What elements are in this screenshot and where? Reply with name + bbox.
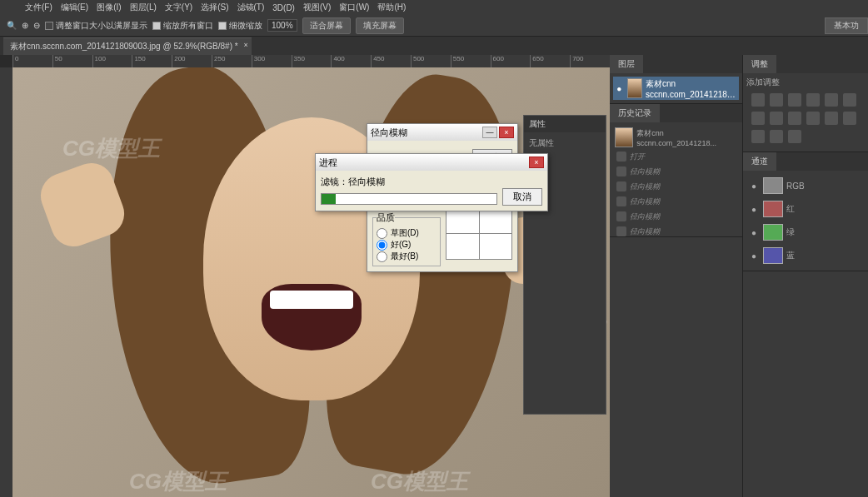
quality-best[interactable]: 最好(B) [377,251,436,262]
menu-window[interactable]: 窗口(W) [339,2,369,13]
quality-good[interactable]: 好(G) [377,239,436,251]
bw-icon[interactable] [770,112,783,125]
close-icon[interactable]: × [499,127,514,138]
tab-channels[interactable]: 通道 [743,152,776,171]
zoom-percent[interactable]: 100% [267,19,297,32]
levels-icon[interactable] [770,93,783,107]
history-panel: 历史记录 素材cnn sccnn.com_20141218... 打开 径向模糊… [610,104,742,237]
brightness-icon[interactable] [751,93,765,107]
menu-file[interactable]: 文件(F) [25,2,52,13]
tab-history[interactable]: 历史记录 [610,104,660,122]
progress-label: 滤镜：径向模糊 [321,176,542,188]
history-snapshot[interactable]: 素材cnn sccnn.com_20141218... [613,126,739,149]
history-step[interactable]: 打开 [613,149,739,164]
menu-bar: 文件(F) 编辑(E) 图像(I) 图层(L) 文字(Y) 选择(S) 滤镜(T… [0,0,868,15]
close-icon[interactable]: × [529,157,544,168]
document-canvas[interactable]: CG模型王 CG模型王 CG模型王 CG模型王 [12,67,610,497]
history-step[interactable]: 径向模糊 [613,209,739,224]
tab-title: 素材cnn.sccnn.com_2014121809003.jpg @ 52.9… [10,42,238,51]
tab-layers[interactable]: 图层 [610,55,643,73]
fill-screen-button[interactable]: 填充屏幕 [356,17,404,34]
menu-filter[interactable]: 滤镜(T) [237,2,265,13]
zoom-out-icon[interactable]: ⊖ [33,21,40,30]
history-step[interactable]: 径向模糊 [613,164,739,179]
visibility-icon[interactable]: ● [615,84,624,93]
close-icon[interactable]: × [243,41,247,49]
blur-center-preview[interactable] [446,206,512,260]
layer-row[interactable]: ● 素材cnn sccnn.com_20141218… [613,77,739,100]
right-panels: 图层 ● 素材cnn sccnn.com_20141218… 历史记录 素材cn [610,55,868,497]
progress-dialog: 进程 × 滤镜：径向模糊 取消 [315,153,548,211]
ruler-horizontal: 0501001502002503003504004505005506006507… [12,55,610,67]
selective-color-icon[interactable] [788,130,801,143]
menu-text[interactable]: 文字(Y) [165,2,192,13]
resize-window-option[interactable]: 调整窗口大小以满屏显示 [45,20,147,32]
menu-select[interactable]: 选择(S) [201,2,228,13]
posterize-icon[interactable] [843,112,856,125]
channels-panel: 通道 ●RGB ●红 ●绿 ●蓝 [743,152,868,271]
work-area: 0501001502002503003504004505005506006507… [0,55,868,497]
threshold-icon[interactable] [751,130,765,143]
dialog-title: 进程 [319,157,337,169]
zoom-tool-icon[interactable]: 🔍 [7,21,17,30]
menu-view[interactable]: 视图(V) [303,2,331,13]
dialog-titlebar[interactable]: 径向模糊 — × [367,124,517,141]
menu-3d[interactable]: 3D(D) [272,3,295,12]
menu-image[interactable]: 图像(I) [97,2,121,13]
channel-blue[interactable]: ●蓝 [746,244,865,267]
quality-label: 品质 [377,211,395,224]
adjustments-panel: 调整 添加调整 [743,55,868,152]
adjust-label: 添加调整 [746,77,865,88]
minimize-icon[interactable]: — [482,127,497,138]
document-tab[interactable]: 素材cnn.sccnn.com_2014121809003.jpg @ 52.9… [3,37,252,55]
tab-properties[interactable]: 属性 [524,116,606,132]
zoom-in-icon[interactable]: ⊕ [22,21,28,30]
ruler-vertical [0,67,12,497]
color-balance-icon[interactable] [751,112,765,125]
document-tabbar: 素材cnn.sccnn.com_2014121809003.jpg @ 52.9… [0,37,868,55]
hue-icon[interactable] [843,93,856,107]
channel-red[interactable]: ●红 [746,197,865,221]
history-step[interactable]: 径向模糊 [613,179,739,194]
zoom-all-windows-option[interactable]: 缩放所有窗口 [152,20,213,32]
photo-filter-icon[interactable] [788,112,801,125]
layer-thumbnail[interactable] [627,78,643,98]
fit-screen-button[interactable]: 适合屏幕 [302,17,351,34]
history-step[interactable]: 径向模糊 [613,224,739,239]
layers-panel: 图层 ● 素材cnn sccnn.com_20141218… [610,55,742,104]
layer-name: 素材cnn sccnn.com_20141218… [646,78,737,99]
gradient-map-icon[interactable] [770,130,783,143]
invert-icon[interactable] [825,112,838,125]
channel-rgb[interactable]: ●RGB [746,174,865,197]
history-step[interactable]: 径向模糊 [613,194,739,209]
tab-adjustments[interactable]: 调整 [743,55,776,73]
menu-help[interactable]: 帮助(H) [377,2,406,13]
curves-icon[interactable] [788,93,801,107]
properties-body: 无属性 [524,132,606,154]
exposure-icon[interactable] [806,93,820,107]
canvas-area: 0501001502002503003504004505005506006507… [0,55,610,497]
cancel-button[interactable]: 取消 [502,188,542,206]
menu-edit[interactable]: 编辑(E) [61,2,88,13]
channel-green[interactable]: ●绿 [746,221,865,244]
snapshot-thumbnail [615,127,633,147]
workspace-selector[interactable]: 基本功 [825,15,868,37]
quality-draft[interactable]: 草图(D) [377,227,436,239]
vibrance-icon[interactable] [825,93,838,107]
channel-mixer-icon[interactable] [806,112,820,125]
dialog-title: 径向模糊 [371,127,407,139]
scrubby-zoom-option[interactable]: 细微缩放 [218,20,262,32]
menu-layer[interactable]: 图层(L) [130,2,157,13]
options-bar: 🔍 ⊕ ⊖ 调整窗口大小以满屏显示 缩放所有窗口 细微缩放 100% 适合屏幕 … [0,15,868,37]
dialog-titlebar[interactable]: 进程 × [316,154,547,171]
progress-bar [321,193,497,205]
